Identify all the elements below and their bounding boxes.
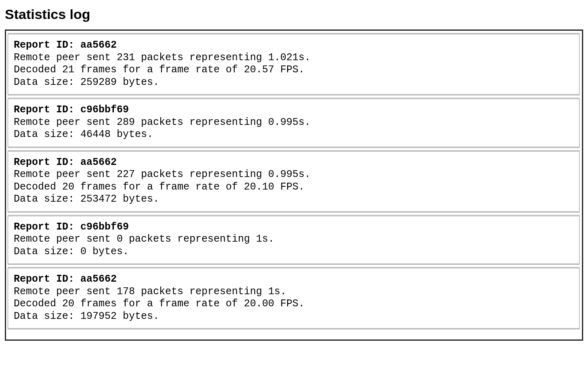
report-id-header: Report ID: aa5662 bbox=[14, 156, 573, 169]
report-card: Report ID: aa5662Remote peer sent 227 pa… bbox=[8, 150, 580, 213]
page-title: Statistics log bbox=[5, 6, 583, 22]
report-id-header: Report ID: c96bbf69 bbox=[14, 221, 573, 234]
report-line: Data size: 0 bytes. bbox=[14, 246, 573, 258]
report-id-header: Report ID: aa5662 bbox=[14, 39, 573, 52]
report-id-header: Report ID: c96bbf69 bbox=[14, 104, 573, 116]
report-id-header: Report ID: aa5662 bbox=[14, 273, 573, 286]
report-line: Decoded 20 frames for a frame rate of 20… bbox=[14, 181, 573, 194]
report-line: Decoded 21 frames for a frame rate of 20… bbox=[14, 64, 573, 76]
report-card: Report ID: aa5662Remote peer sent 178 pa… bbox=[8, 267, 580, 329]
report-line: Remote peer sent 178 packets representin… bbox=[14, 286, 573, 298]
report-line: Remote peer sent 231 packets representin… bbox=[14, 52, 573, 64]
report-line: Data size: 46448 bytes. bbox=[14, 129, 573, 141]
report-line: Remote peer sent 289 packets representin… bbox=[14, 116, 573, 129]
report-card: Report ID: c96bbf69Remote peer sent 0 pa… bbox=[8, 215, 580, 265]
report-line: Data size: 259289 bytes. bbox=[14, 76, 573, 89]
report-card: Report ID: c96bbf69Remote peer sent 289 … bbox=[8, 98, 580, 148]
report-line: Remote peer sent 0 packets representing … bbox=[14, 233, 573, 246]
report-card: Report ID: aa5662Remote peer sent 231 pa… bbox=[8, 33, 580, 95]
report-line: Decoded 20 frames for a frame rate of 20… bbox=[14, 298, 573, 310]
statistics-log-container[interactable]: Report ID: aa5662Remote peer sent 231 pa… bbox=[5, 30, 583, 341]
report-line: Data size: 253472 bytes. bbox=[14, 193, 573, 206]
report-line: Remote peer sent 227 packets representin… bbox=[14, 169, 573, 181]
report-line: Data size: 197952 bytes. bbox=[14, 310, 573, 323]
